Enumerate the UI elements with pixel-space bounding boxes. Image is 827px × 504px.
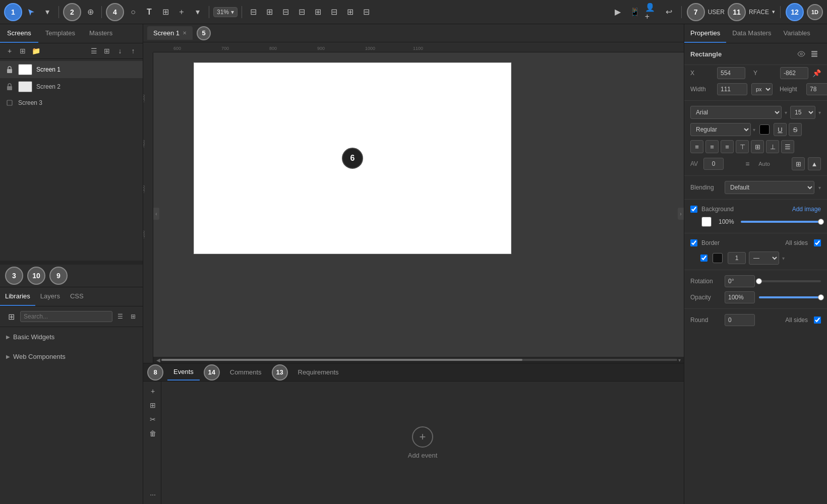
bg-checkbox[interactable] [690, 206, 697, 213]
pin-btn[interactable]: 📌 [812, 69, 821, 77]
bg-color-swatch[interactable] [701, 217, 712, 227]
canvas-frame[interactable]: 6 [194, 62, 511, 254]
lib-badge-10[interactable]: 10 [27, 267, 45, 285]
tab-screens[interactable]: Screens [0, 24, 38, 43]
plus-tool[interactable]: + [174, 5, 189, 19]
event-area[interactable]: + Add event [161, 382, 684, 504]
tab-events[interactable]: Events [167, 364, 200, 381]
users-btn[interactable]: 👤+ [645, 5, 659, 19]
border-all-sides-checkbox[interactable] [814, 239, 821, 246]
badge-8[interactable]: 8 [147, 364, 163, 381]
copy-event-btn[interactable]: ⊞ [147, 400, 158, 411]
align-vmid-btn[interactable]: ⊞ [311, 5, 325, 19]
prop-width-unit[interactable]: px% [751, 83, 773, 95]
image-tool[interactable]: ⊞ [158, 5, 172, 19]
canvas-content[interactable]: 6 ‹ › [153, 52, 684, 363]
screen-item-1[interactable]: Screen 1 [0, 61, 143, 78]
round-input[interactable] [725, 314, 755, 326]
align-left-btn[interactable]: ⊟ [246, 5, 260, 19]
interface-dropdown[interactable]: ▾ [772, 9, 775, 15]
grid-view-btn[interactable]: ⊞ [101, 45, 112, 56]
align-center-btn[interactable]: ⊞ [262, 5, 276, 19]
toolbar-btn-1[interactable]: 1 [4, 3, 22, 21]
align-bottom-btn[interactable]: ⊟ [327, 5, 341, 19]
lib-modules-btn[interactable]: ⊞ [4, 309, 18, 324]
distribute-h-btn[interactable]: ⊞ [343, 5, 357, 19]
screen-item-2[interactable]: Screen 2 [0, 78, 143, 95]
prop-y-input[interactable] [780, 67, 808, 79]
distribute-v-btn[interactable]: ⊟ [359, 5, 373, 19]
tab-properties[interactable]: Properties [684, 24, 726, 43]
badge-13[interactable]: 13 [272, 364, 288, 381]
toolbar-btn-4[interactable]: 4 [106, 3, 124, 21]
toolbar-btn-2[interactable]: 2 [63, 3, 81, 21]
props-visibility-btn[interactable] [795, 47, 808, 60]
mobile-preview-btn[interactable]: 📱 [628, 5, 642, 19]
tab-css[interactable]: CSS [65, 287, 89, 306]
badge-14[interactable]: 14 [204, 364, 220, 381]
tab-layers[interactable]: Layers [35, 287, 65, 306]
props-layers-btn[interactable] [808, 47, 821, 60]
border-width-input[interactable] [728, 252, 746, 264]
user-avatar[interactable]: 1D [807, 4, 823, 20]
bg-opacity-slider[interactable] [741, 221, 821, 223]
delete-event-btn[interactable]: 🗑 [147, 428, 158, 439]
user-label[interactable]: USER [708, 9, 725, 16]
resize-text-btn[interactable]: ⊞ [792, 157, 805, 170]
zoom-control[interactable]: 31% ▾ [213, 7, 238, 17]
align-center-text[interactable]: ≡ [705, 140, 719, 153]
lib-search-input[interactable] [20, 311, 112, 322]
collapse-handle-right[interactable]: › [678, 208, 684, 220]
align-top-text[interactable]: ⊤ [736, 140, 749, 153]
prop-width-input[interactable] [717, 83, 747, 95]
border-checkbox[interactable] [690, 239, 697, 246]
screen-item-3[interactable]: Screen 3 [0, 95, 143, 110]
list-view-btn[interactable]: ☰ [88, 45, 99, 56]
round-all-sides-checkbox[interactable] [814, 317, 821, 324]
tab-variables[interactable]: Variables [778, 24, 816, 43]
border-enable-checkbox[interactable] [700, 255, 707, 262]
lib-badge-3[interactable]: 3 [5, 267, 23, 285]
add-event-btn[interactable]: + [147, 386, 158, 397]
cursor-dropdown[interactable]: ▾ [40, 5, 54, 19]
cut-event-btn[interactable]: ✂ [147, 414, 158, 425]
align-vmid-text[interactable]: ⊞ [751, 140, 764, 153]
blending-select[interactable]: Default [725, 181, 814, 194]
canvas-tab-close[interactable]: ✕ [183, 30, 187, 36]
circle-tool[interactable]: ○ [126, 5, 140, 19]
border-style-select[interactable]: —···--- [749, 251, 779, 265]
tab-comments[interactable]: Comments [224, 364, 268, 380]
toolbar-btn-7[interactable]: 7 [687, 3, 705, 21]
text-tool[interactable]: T [142, 5, 156, 19]
prop-x-input[interactable] [717, 67, 745, 79]
align-right-text[interactable]: ≡ [721, 140, 734, 153]
list-style-btn[interactable]: ☰ [781, 140, 794, 153]
strikethrough-btn[interactable]: S [789, 123, 802, 136]
add-image-btn[interactable]: Add image [792, 206, 821, 213]
scroll-left-btn[interactable]: ◀ [155, 357, 161, 363]
tab-templates[interactable]: Templates [38, 24, 82, 43]
lib-grid-view[interactable]: ⊞ [128, 311, 139, 322]
underline-btn[interactable]: U [774, 123, 787, 136]
add-screen-from-template-btn[interactable]: ⊞ [17, 45, 28, 56]
rotation-slider[interactable] [759, 280, 821, 282]
align-left-text[interactable]: ≡ [690, 140, 703, 153]
tab-data-masters[interactable]: Data Masters [726, 24, 777, 43]
border-color-swatch[interactable] [713, 253, 723, 263]
lib-section-web-components[interactable]: ▶ Web Components [0, 349, 143, 364]
add-screen-btn[interactable]: + [4, 45, 15, 56]
tab-requirements[interactable]: Requirements [292, 364, 345, 380]
play-btn[interactable]: ▶ [611, 5, 625, 19]
canvas-badge-5[interactable]: 5 [197, 26, 211, 40]
prop-height-input[interactable] [806, 83, 827, 95]
tab-libraries[interactable]: Libraries [0, 287, 35, 306]
prop-font-family[interactable]: Arial [690, 106, 782, 119]
lib-section-basic-widgets[interactable]: ▶ Basic Widgets [0, 329, 143, 345]
collapse-handle-left[interactable]: ‹ [153, 208, 159, 220]
opacity-input[interactable] [725, 291, 755, 303]
sort-asc-btn[interactable]: ↓ [114, 45, 126, 56]
insert-tool[interactable]: ⊕ [83, 5, 97, 19]
canvas-tab-screen1[interactable]: Screen 1 ✕ [147, 26, 193, 40]
align-bottom-text[interactable]: ⊥ [766, 140, 779, 153]
text-padding-btn[interactable]: ▲ [808, 157, 821, 170]
